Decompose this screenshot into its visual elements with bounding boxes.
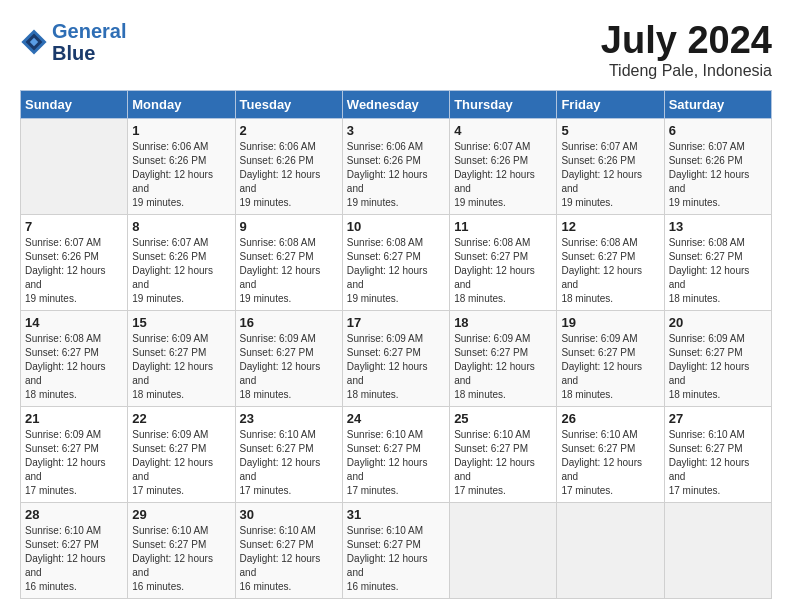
day-number: 27 (669, 411, 767, 426)
weekday-header-monday: Monday (128, 90, 235, 118)
day-info: Sunrise: 6:09 AMSunset: 6:27 PMDaylight:… (454, 332, 552, 402)
day-info: Sunrise: 6:08 AMSunset: 6:27 PMDaylight:… (454, 236, 552, 306)
sunset-text: Sunset: 6:27 PM (669, 443, 743, 454)
sunrise-text: Sunrise: 6:08 AM (25, 333, 101, 344)
sunrise-text: Sunrise: 6:10 AM (240, 525, 316, 536)
day-info: Sunrise: 6:10 AMSunset: 6:27 PMDaylight:… (669, 428, 767, 498)
calendar-cell: 6Sunrise: 6:07 AMSunset: 6:26 PMDaylight… (664, 118, 771, 214)
calendar-cell: 11Sunrise: 6:08 AMSunset: 6:27 PMDayligh… (450, 214, 557, 310)
daylight-line1: Daylight: 12 hours and (454, 265, 535, 290)
day-number: 14 (25, 315, 123, 330)
sunrise-text: Sunrise: 6:07 AM (132, 237, 208, 248)
calendar-week-row: 28Sunrise: 6:10 AMSunset: 6:27 PMDayligh… (21, 502, 772, 598)
daylight-line1: Daylight: 12 hours and (132, 265, 213, 290)
sunset-text: Sunset: 6:27 PM (347, 347, 421, 358)
daylight-line2: 16 minutes. (25, 581, 77, 592)
sunrise-text: Sunrise: 6:10 AM (240, 429, 316, 440)
sunrise-text: Sunrise: 6:09 AM (132, 429, 208, 440)
calendar-cell: 28Sunrise: 6:10 AMSunset: 6:27 PMDayligh… (21, 502, 128, 598)
day-number: 13 (669, 219, 767, 234)
sunset-text: Sunset: 6:26 PM (669, 155, 743, 166)
daylight-line2: 19 minutes. (132, 197, 184, 208)
calendar-cell: 21Sunrise: 6:09 AMSunset: 6:27 PMDayligh… (21, 406, 128, 502)
day-number: 31 (347, 507, 445, 522)
calendar-cell: 5Sunrise: 6:07 AMSunset: 6:26 PMDaylight… (557, 118, 664, 214)
calendar-week-row: 14Sunrise: 6:08 AMSunset: 6:27 PMDayligh… (21, 310, 772, 406)
page-header: General Blue July 2024 Tideng Pale, Indo… (20, 20, 772, 80)
sunrise-text: Sunrise: 6:09 AM (347, 333, 423, 344)
calendar-cell: 9Sunrise: 6:08 AMSunset: 6:27 PMDaylight… (235, 214, 342, 310)
daylight-line1: Daylight: 12 hours and (240, 361, 321, 386)
daylight-line2: 17 minutes. (454, 485, 506, 496)
sunset-text: Sunset: 6:27 PM (25, 347, 99, 358)
daylight-line2: 17 minutes. (132, 485, 184, 496)
sunrise-text: Sunrise: 6:10 AM (347, 525, 423, 536)
sunrise-text: Sunrise: 6:09 AM (240, 333, 316, 344)
sunrise-text: Sunrise: 6:10 AM (669, 429, 745, 440)
day-info: Sunrise: 6:10 AMSunset: 6:27 PMDaylight:… (347, 428, 445, 498)
day-number: 12 (561, 219, 659, 234)
day-info: Sunrise: 6:09 AMSunset: 6:27 PMDaylight:… (132, 428, 230, 498)
daylight-line2: 18 minutes. (347, 389, 399, 400)
day-number: 26 (561, 411, 659, 426)
calendar-cell: 13Sunrise: 6:08 AMSunset: 6:27 PMDayligh… (664, 214, 771, 310)
daylight-line1: Daylight: 12 hours and (132, 361, 213, 386)
sunset-text: Sunset: 6:27 PM (347, 251, 421, 262)
daylight-line2: 19 minutes. (240, 293, 292, 304)
sunrise-text: Sunrise: 6:09 AM (454, 333, 530, 344)
day-info: Sunrise: 6:07 AMSunset: 6:26 PMDaylight:… (132, 236, 230, 306)
day-info: Sunrise: 6:09 AMSunset: 6:27 PMDaylight:… (132, 332, 230, 402)
sunrise-text: Sunrise: 6:08 AM (347, 237, 423, 248)
daylight-line2: 18 minutes. (454, 293, 506, 304)
day-number: 20 (669, 315, 767, 330)
day-number: 22 (132, 411, 230, 426)
day-number: 21 (25, 411, 123, 426)
day-number: 11 (454, 219, 552, 234)
sunset-text: Sunset: 6:27 PM (240, 347, 314, 358)
daylight-line1: Daylight: 12 hours and (240, 457, 321, 482)
day-info: Sunrise: 6:09 AMSunset: 6:27 PMDaylight:… (25, 428, 123, 498)
calendar-cell: 25Sunrise: 6:10 AMSunset: 6:27 PMDayligh… (450, 406, 557, 502)
calendar-cell: 4Sunrise: 6:07 AMSunset: 6:26 PMDaylight… (450, 118, 557, 214)
day-number: 2 (240, 123, 338, 138)
calendar-cell: 19Sunrise: 6:09 AMSunset: 6:27 PMDayligh… (557, 310, 664, 406)
day-info: Sunrise: 6:09 AMSunset: 6:27 PMDaylight:… (561, 332, 659, 402)
day-number: 5 (561, 123, 659, 138)
daylight-line2: 17 minutes. (561, 485, 613, 496)
daylight-line1: Daylight: 12 hours and (25, 265, 106, 290)
calendar-cell: 8Sunrise: 6:07 AMSunset: 6:26 PMDaylight… (128, 214, 235, 310)
day-number: 28 (25, 507, 123, 522)
weekday-header-friday: Friday (557, 90, 664, 118)
calendar-cell (450, 502, 557, 598)
calendar-cell: 14Sunrise: 6:08 AMSunset: 6:27 PMDayligh… (21, 310, 128, 406)
logo: General Blue (20, 20, 126, 64)
daylight-line2: 16 minutes. (347, 581, 399, 592)
daylight-line2: 16 minutes. (240, 581, 292, 592)
day-number: 30 (240, 507, 338, 522)
sunrise-text: Sunrise: 6:10 AM (561, 429, 637, 440)
sunrise-text: Sunrise: 6:07 AM (454, 141, 530, 152)
daylight-line1: Daylight: 12 hours and (347, 265, 428, 290)
day-info: Sunrise: 6:10 AMSunset: 6:27 PMDaylight:… (132, 524, 230, 594)
daylight-line2: 18 minutes. (669, 389, 721, 400)
day-number: 9 (240, 219, 338, 234)
daylight-line1: Daylight: 12 hours and (347, 169, 428, 194)
sunset-text: Sunset: 6:27 PM (454, 251, 528, 262)
day-info: Sunrise: 6:08 AMSunset: 6:27 PMDaylight:… (25, 332, 123, 402)
sunset-text: Sunset: 6:27 PM (669, 347, 743, 358)
day-number: 25 (454, 411, 552, 426)
daylight-line2: 18 minutes. (669, 293, 721, 304)
day-info: Sunrise: 6:10 AMSunset: 6:27 PMDaylight:… (454, 428, 552, 498)
daylight-line1: Daylight: 12 hours and (347, 553, 428, 578)
daylight-line1: Daylight: 12 hours and (669, 457, 750, 482)
daylight-line2: 18 minutes. (132, 389, 184, 400)
day-info: Sunrise: 6:08 AMSunset: 6:27 PMDaylight:… (561, 236, 659, 306)
sunrise-text: Sunrise: 6:08 AM (669, 237, 745, 248)
calendar-cell: 16Sunrise: 6:09 AMSunset: 6:27 PMDayligh… (235, 310, 342, 406)
day-info: Sunrise: 6:08 AMSunset: 6:27 PMDaylight:… (347, 236, 445, 306)
sunset-text: Sunset: 6:27 PM (347, 539, 421, 550)
sunrise-text: Sunrise: 6:09 AM (132, 333, 208, 344)
daylight-line1: Daylight: 12 hours and (669, 265, 750, 290)
sunset-text: Sunset: 6:27 PM (561, 251, 635, 262)
weekday-header-tuesday: Tuesday (235, 90, 342, 118)
